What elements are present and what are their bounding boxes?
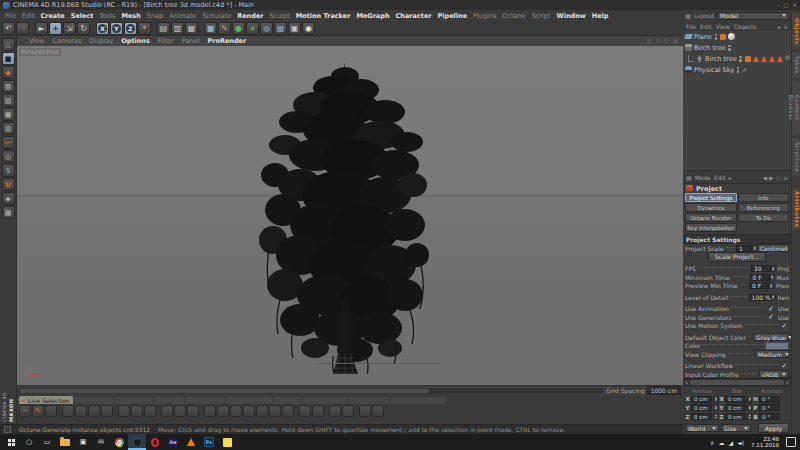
onedrive-cloud-icon[interactable]: ☁ — [718, 439, 724, 446]
menu-render[interactable]: Render — [237, 12, 263, 20]
viewport-menu-options[interactable]: Options — [121, 37, 149, 45]
tool-icon[interactable] — [230, 405, 242, 417]
viewport-canvas[interactable]: Perspective — [17, 46, 683, 385]
close-button[interactable]: ✕ — [792, 2, 797, 8]
axis-mode-icon[interactable]: ⌐ — [2, 136, 15, 149]
convert-object-icon[interactable]: △ — [2, 38, 15, 51]
after-effects-button[interactable]: Ae — [164, 434, 182, 450]
minimum-time-field[interactable]: 0 F — [750, 274, 770, 281]
pan-view-icon[interactable]: ⊕ — [646, 37, 652, 45]
menu-mograph[interactable]: MoGraph — [356, 12, 389, 20]
viewport-menu-cameras[interactable]: Cameras — [52, 37, 81, 45]
camera-icon[interactable]: ▣ — [288, 22, 301, 35]
level-of-detail-field[interactable]: 100 % — [749, 294, 771, 301]
live-selection-icon[interactable]: ► — [35, 22, 48, 35]
menu-character[interactable]: Character — [396, 12, 432, 20]
tool-icon[interactable] — [299, 405, 311, 417]
tool-icon[interactable] — [45, 405, 57, 417]
taskbar-clock[interactable]: 22:48 7.11.2018 — [751, 436, 779, 449]
quantize-icon[interactable]: ◈ — [2, 192, 15, 205]
fps-field[interactable]: 30 — [751, 265, 771, 272]
menu-select[interactable]: Select — [71, 12, 94, 20]
polygons-mode-icon[interactable]: ▥ — [2, 122, 15, 135]
object-row-birch-tree[interactable]: Birch tree — [683, 42, 791, 53]
scale-project-button[interactable]: Scale Project... — [708, 252, 766, 262]
menu-octane[interactable]: Octane — [502, 12, 525, 20]
action-center-icon[interactable] — [786, 437, 796, 447]
object-row-physical-sky[interactable]: Physical Sky ✓ — [683, 64, 791, 75]
input-color-profile-select[interactable]: sRGB — [759, 370, 789, 378]
volume-icon[interactable]: ◄) — [737, 439, 744, 446]
tab-dynamics[interactable]: Dynamics — [685, 203, 737, 212]
spline-pen-icon[interactable]: ✎ — [218, 22, 231, 35]
size-y-field[interactable]: 0 cm — [725, 404, 746, 411]
layout-select[interactable]: Model — [717, 12, 789, 20]
tab-key-interpolation[interactable]: Key Interpolation — [685, 223, 737, 232]
tool-icon[interactable] — [88, 405, 100, 417]
cinema4d-taskbar-button[interactable] — [128, 434, 146, 450]
coordinate-system-icon[interactable]: ⌖ — [138, 22, 151, 35]
task-view-button[interactable]: ▭ — [38, 434, 56, 450]
menu-window[interactable]: Window — [557, 12, 586, 20]
deformer-icon[interactable]: ◍ — [260, 22, 273, 35]
tool-icon[interactable] — [217, 405, 229, 417]
size-x-field[interactable]: 0 cm — [725, 396, 746, 403]
position-z-field[interactable]: 0 cm — [691, 413, 712, 420]
tool-tab[interactable] — [115, 397, 153, 404]
user-data-icon[interactable]: ▸ — [729, 174, 732, 181]
om-arrow-icon[interactable]: ▸ — [778, 23, 781, 30]
viewport-menu-filter[interactable]: Filter — [158, 37, 174, 45]
pen-tool-icon[interactable]: ✎ — [32, 405, 44, 417]
tool-tab[interactable] — [273, 397, 301, 404]
maximize-button[interactable]: ▢ — [783, 2, 788, 8]
render-settings-icon[interactable]: ▥ — [171, 22, 184, 35]
menu-file[interactable]: File — [5, 12, 16, 20]
menu-snap[interactable]: Snap — [147, 12, 163, 20]
octane-tag-icon[interactable] — [769, 56, 775, 62]
tool-tab[interactable] — [74, 397, 114, 404]
tab-objects[interactable]: Objects — [792, 13, 800, 49]
scale-tool-icon[interactable]: ⇲ — [63, 22, 76, 35]
file-explorer-button[interactable] — [56, 434, 74, 450]
tool-icon[interactable] — [131, 405, 143, 417]
back-arrow-icon[interactable]: ◀ — [762, 174, 767, 181]
tab-content-browser[interactable]: Content Browser — [792, 81, 800, 135]
tool-icon[interactable] — [372, 405, 384, 417]
object-row-plane[interactable]: Plane — [683, 31, 791, 42]
visibility-dots[interactable] — [736, 67, 740, 73]
octane-tag-icon[interactable] — [761, 56, 767, 62]
camera-label[interactable]: Perspective — [19, 48, 61, 56]
menu-simulate[interactable]: Simulate — [202, 12, 231, 20]
undo-icon[interactable]: ↶ — [2, 22, 15, 35]
tab-structure[interactable]: Structure — [792, 138, 800, 176]
tool-icon[interactable] — [118, 405, 130, 417]
tab-info[interactable]: Info — [738, 193, 790, 202]
level-of-detail-stepper[interactable] — [771, 294, 776, 301]
use-motion-system-checkbox[interactable]: ✓ — [781, 322, 787, 330]
tool-tab[interactable] — [226, 397, 272, 404]
store-button[interactable]: ▣ — [74, 434, 92, 450]
viewport-menu-view[interactable]: View — [29, 37, 44, 45]
opera-button[interactable] — [146, 434, 164, 450]
attribute-hscrollbar[interactable]: ◂▸ — [683, 378, 791, 386]
menu-create[interactable]: Create — [40, 12, 64, 20]
live-selection-tab[interactable]: ► Live Selection — [19, 396, 73, 404]
sticky-notes-button[interactable] — [218, 434, 236, 450]
forward-arrow-icon[interactable]: ▶ — [769, 174, 774, 181]
tool-icon[interactable] — [144, 405, 156, 417]
edges-mode-icon[interactable]: ▦ — [2, 108, 15, 121]
coordinate-mode-select[interactable]: World — [685, 424, 719, 432]
tab-to-do[interactable]: To Do — [738, 213, 790, 222]
rotation-b-field[interactable]: 0 ° — [759, 413, 780, 420]
tool-icon[interactable] — [342, 405, 354, 417]
tool-icon[interactable] — [204, 405, 216, 417]
mograph-icon[interactable]: ∗ — [246, 22, 259, 35]
snap-settings-icon[interactable]: S — [2, 164, 15, 177]
tool-icon[interactable] — [75, 405, 87, 417]
position-y-field[interactable]: 0 cm — [691, 404, 712, 411]
subdivision-surface-icon[interactable]: ● — [232, 22, 245, 35]
tab-project-settings[interactable]: Project Settings — [685, 193, 737, 202]
start-button[interactable] — [2, 434, 20, 450]
network-icon[interactable]: ◢ — [728, 439, 733, 446]
menu-plugins[interactable]: Plugins — [473, 12, 496, 20]
